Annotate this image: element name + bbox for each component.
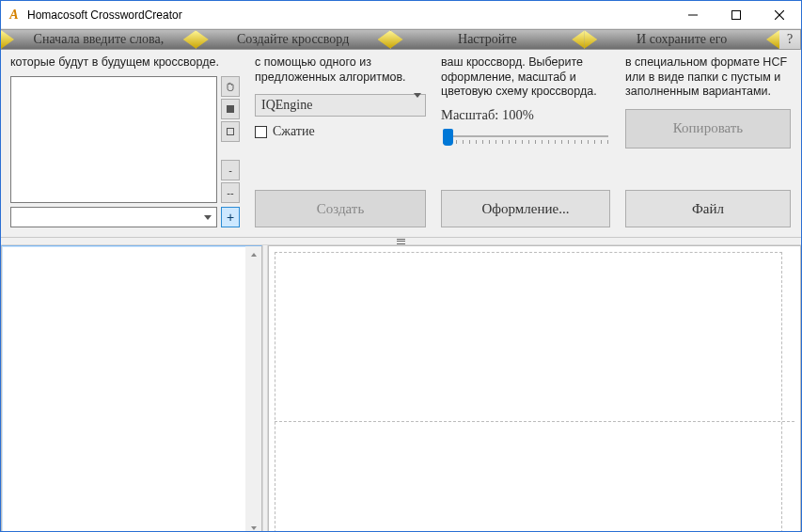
scale-label: Масштаб: 100% xyxy=(441,107,610,123)
add-word-button[interactable]: + xyxy=(221,207,240,227)
remove-all-words-button[interactable]: -- xyxy=(221,182,240,203)
scroll-down-button[interactable] xyxy=(245,520,261,532)
panel-configure-desc: ваш кроссворд. Выберите оформление, масш… xyxy=(441,55,610,100)
window-title: Homacosoft CrosswordCreator xyxy=(27,8,671,22)
panel-create-desc: с помощью одного из предложенных алгорит… xyxy=(255,55,426,85)
toolbar-panels: которые будут в будущем кроссворде. - --… xyxy=(1,50,801,238)
scroll-up-button[interactable] xyxy=(245,246,261,262)
help-button[interactable]: ? xyxy=(778,29,801,50)
scale-thumb[interactable] xyxy=(443,129,453,146)
file-button[interactable]: Файл xyxy=(625,190,791,227)
maximize-button[interactable] xyxy=(715,1,758,28)
minimize-button[interactable] xyxy=(671,1,715,28)
compress-label: Сжатие xyxy=(273,124,315,139)
engine-select[interactable]: IQEngine xyxy=(255,94,426,117)
workspace xyxy=(1,245,801,532)
panel-words: которые будут в будущем кроссворде. - --… xyxy=(5,52,245,233)
words-listbox[interactable] xyxy=(10,76,217,203)
word-input-combo[interactable] xyxy=(10,207,217,227)
svg-marker-4 xyxy=(251,253,257,257)
tab-step2[interactable]: Создайте кроссворд xyxy=(196,29,391,50)
app-icon: A xyxy=(7,8,22,23)
tool-filled-square-button[interactable] xyxy=(221,99,240,119)
chevron-down-icon xyxy=(414,98,421,113)
panel-configure: ваш кроссворд. Выберите оформление, масш… xyxy=(435,52,616,233)
panel-words-desc: которые будут в будущем кроссворде. xyxy=(10,55,240,70)
chevron-down-icon xyxy=(199,209,215,226)
close-button[interactable] xyxy=(758,1,801,28)
svg-rect-1 xyxy=(732,10,741,19)
titlebar: A Homacosoft CrosswordCreator xyxy=(1,1,801,29)
guide-horizontal xyxy=(275,421,794,422)
tab-step3[interactable]: Настройте xyxy=(390,29,586,50)
scrollbar[interactable] xyxy=(245,246,261,532)
tool-empty-square-button[interactable] xyxy=(221,121,240,142)
panel-save: в специальном формате HCF или в виде пап… xyxy=(620,52,796,233)
panel-create: с помощью одного из предложенных алгорит… xyxy=(249,52,432,233)
crossword-canvas-pane[interactable] xyxy=(268,245,801,532)
create-button[interactable]: Создать xyxy=(255,190,426,227)
tab-step1[interactable]: Сначала введите слова, xyxy=(1,29,197,50)
design-button[interactable]: Оформление... xyxy=(441,190,610,227)
word-list-pane[interactable] xyxy=(1,245,262,532)
horizontal-splitter[interactable] xyxy=(1,238,801,245)
compress-checkbox[interactable] xyxy=(255,126,267,138)
panel-save-desc: в специальном формате HCF или в виде пап… xyxy=(625,55,791,100)
engine-selected-value: IQEngine xyxy=(261,98,312,113)
tab-step4[interactable]: И сохраните его xyxy=(584,29,779,50)
svg-marker-5 xyxy=(251,526,257,530)
tool-hand-button[interactable] xyxy=(221,76,240,97)
page-boundary xyxy=(275,252,782,532)
window-buttons xyxy=(671,1,801,28)
copy-button[interactable]: Копировать xyxy=(625,109,791,149)
scale-slider[interactable] xyxy=(441,127,610,146)
ribbon-tabs: Сначала введите слова, Создайте кроссвор… xyxy=(1,29,801,50)
compress-checkbox-row[interactable]: Сжатие xyxy=(255,124,426,139)
remove-word-button[interactable]: - xyxy=(221,160,240,180)
